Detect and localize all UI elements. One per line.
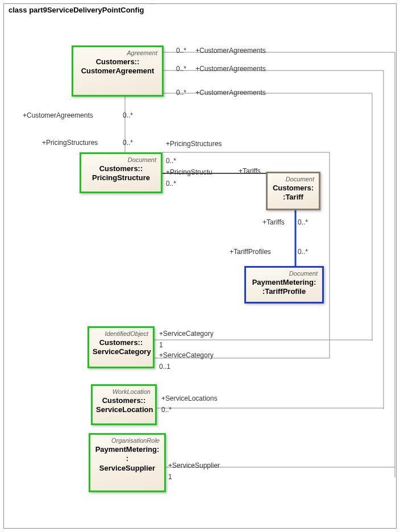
stereotype: Document (249, 270, 319, 277)
role: +PricingStructu (166, 168, 213, 176)
mult: 0..1 (159, 363, 170, 371)
role: +Tariffs (262, 218, 285, 226)
role: +CustomerAgreements (23, 111, 93, 119)
stereotype: Document (271, 176, 315, 182)
class-name: PaymentMetering: :TariffProfile (249, 277, 319, 297)
role: +CustomerAgreements (195, 65, 266, 73)
class-name: Customers:: ServiceCategory (93, 337, 149, 357)
stereotype: OrganisationRole (94, 437, 161, 444)
stereotype: WorkLocation (96, 388, 152, 395)
class-service-location[interactable]: WorkLocation Customers:: ServiceLocation (91, 384, 157, 425)
mult: 0..* (123, 111, 133, 119)
role: +ServiceCategory (159, 351, 214, 359)
class-name: PaymentMetering: : ServiceSupplier (94, 444, 161, 473)
class-tariff[interactable]: Document Customers: :Tariff (266, 172, 320, 210)
class-service-supplier[interactable]: OrganisationRole PaymentMetering: : Serv… (89, 433, 166, 492)
role: +Tariffs (239, 167, 261, 175)
class-pricing-structure[interactable]: Document Customers:: PricingStructure (80, 152, 163, 193)
stereotype: Document (85, 156, 157, 163)
class-customer-agreement[interactable]: Agreement Customers:: CustomerAgreement (72, 45, 164, 97)
class-name: Customers: :Tariff (271, 182, 315, 202)
mult: 1 (159, 341, 163, 349)
mult: 0..* (298, 218, 308, 226)
class-name: Customers:: ServiceLocation (96, 395, 152, 415)
role: +ServiceCategory (159, 330, 214, 338)
diagram-frame: class part9ServiceDeliveryPointConfig (3, 3, 397, 529)
role: +TariffProfiles (230, 248, 271, 256)
stereotype: IdentifiedObject (93, 330, 149, 337)
mult: 0..* (176, 65, 186, 73)
class-service-category[interactable]: IdentifiedObject Customers:: ServiceCate… (88, 326, 155, 368)
mult: 0..* (166, 157, 176, 165)
role: +ServiceLocations (161, 394, 217, 402)
mult: 0..* (166, 180, 176, 188)
role: +PricingStructures (42, 139, 98, 147)
class-tariff-profile[interactable]: Document PaymentMetering: :TariffProfile (244, 266, 324, 304)
stereotype: Agreement (77, 49, 159, 56)
class-name: Customers:: CustomerAgreement (77, 56, 159, 76)
mult: 0..* (176, 89, 186, 97)
diagram-title: class part9ServiceDeliveryPointConfig (3, 3, 152, 16)
class-name: Customers:: PricingStructure (85, 163, 157, 183)
mult: 0..* (123, 139, 133, 147)
role: +PricingStructures (166, 140, 222, 148)
mult: 1 (168, 473, 172, 481)
role: +CustomerAgreements (195, 47, 266, 55)
role: +ServiceSupplier (168, 462, 220, 469)
mult: 0..* (176, 47, 186, 55)
role: +CustomerAgreements (195, 89, 266, 97)
mult: 0..* (161, 406, 172, 414)
mult: 0..* (298, 248, 308, 256)
